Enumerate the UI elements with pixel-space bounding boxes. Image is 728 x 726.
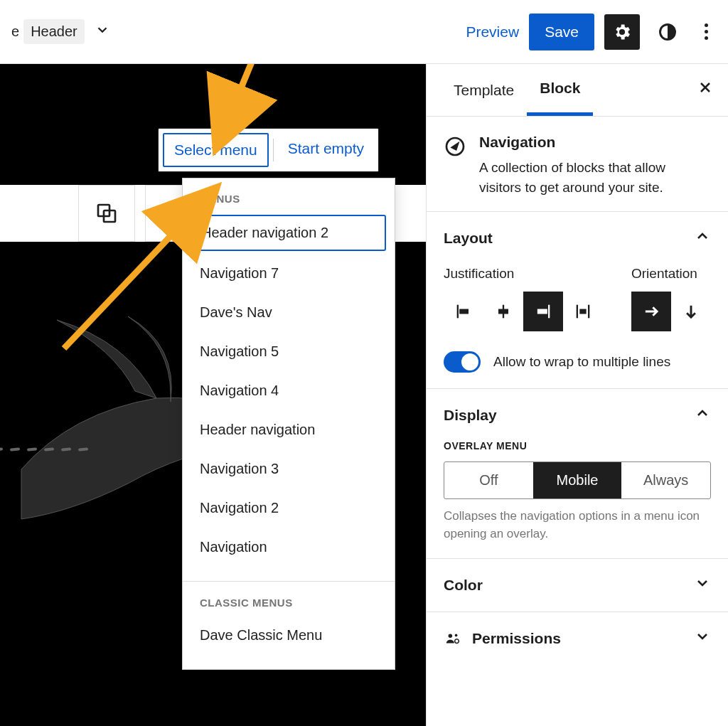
chevron-down-icon[interactable] [95,22,110,41]
dot-icon [705,36,708,40]
menu-option[interactable]: Header navigation [183,410,395,449]
justify-left-icon [454,301,473,321]
overlay-menu-segmented: Off Mobile Always [444,461,711,499]
svg-point-17 [455,634,458,637]
users-gear-icon [444,631,462,646]
feather-trail [0,441,135,455]
menu-option[interactable]: Navigation 5 [183,332,395,371]
annotation-arrow [206,64,291,138]
menu-option[interactable]: Navigation 4 [183,371,395,410]
justification-group [444,292,603,331]
settings-sidebar: Template Block Navigation A collection o… [426,64,728,726]
wrap-toggle-row: Allow to wrap to multiple lines [444,351,711,373]
contrast-icon [658,22,678,42]
overlay-menu-heading: OVERLAY MENU [444,440,711,452]
arrow-right-icon [641,301,661,321]
dot-icon [705,30,708,33]
justify-space-icon [573,301,593,321]
arrow-down-icon [681,301,701,321]
color-panel: Color [427,558,728,612]
editor-canvas[interactable]: Select menu Start empty MENUS Header nav… [0,64,426,726]
color-panel-toggle[interactable]: Color [444,575,711,596]
dot-icon [705,23,708,27]
tab-template[interactable]: Template [441,66,527,114]
close-icon [697,79,714,96]
chevron-up-icon [694,228,711,249]
document-title-area[interactable]: e Header [11,19,110,44]
svg-rect-10 [499,310,508,314]
start-empty-button[interactable]: Start empty [274,129,378,171]
select-menu-button[interactable]: Select menu [163,133,269,167]
wrap-label: Allow to wrap to multiple lines [493,354,670,370]
panel-title: Layout [444,230,493,247]
menu-option[interactable]: Navigation 7 [183,254,395,293]
editor-main: Select menu Start empty MENUS Header nav… [0,64,728,726]
styles-button[interactable] [650,14,685,50]
menu-option[interactable]: Dave's Nav [183,293,395,332]
editor-top-bar: e Header Preview Save [0,0,728,64]
group-icon [95,202,118,225]
overlay-off-button[interactable]: Off [444,462,533,498]
overlay-help-text: Collapses the navigation options in a me… [444,508,711,543]
dropdown-heading-classic: CLASSIC MENUS [183,582,395,616]
tab-block[interactable]: Block [527,64,593,116]
svg-point-18 [455,639,459,644]
svg-point-16 [449,634,453,639]
chevron-down-icon [694,575,711,596]
permissions-panel: Permissions [427,612,728,665]
save-button[interactable]: Save [529,14,594,50]
top-bar-actions: Preview Save [466,14,717,50]
navigation-placeholder-popover: Select menu Start empty [158,128,379,172]
orientation-group [631,292,711,331]
gear-icon [612,22,632,42]
chevron-down-icon [694,628,711,649]
menu-option[interactable]: Navigation [183,528,395,567]
orientation-vertical-button[interactable] [671,292,711,331]
orientation-label: Orientation [631,266,711,282]
classic-menu-option[interactable]: Dave Classic Menu [183,616,395,655]
close-sidebar-button[interactable] [697,79,714,101]
template-name-pill[interactable]: Header [23,19,85,44]
more-options-button[interactable] [695,14,717,50]
orientation-horizontal-button[interactable] [631,292,671,331]
truncated-text: e [11,23,19,40]
justify-right-button[interactable] [523,292,563,331]
justify-right-icon [533,301,553,321]
dropdown-heading-menus: MENUS [183,178,395,212]
permissions-panel-toggle[interactable]: Permissions [444,628,711,649]
justify-space-between-button[interactable] [563,292,603,331]
display-panel-toggle[interactable]: Display [444,405,711,426]
justify-left-button[interactable] [444,292,483,331]
svg-rect-15 [581,310,586,314]
block-group-button[interactable] [78,185,135,242]
panel-title: Color [444,577,483,594]
chevron-up-icon [694,405,711,426]
compass-icon [444,135,466,158]
menu-option[interactable]: Navigation 2 [183,489,395,528]
svg-rect-8 [460,310,468,314]
block-description: A collection of blocks that allow visito… [479,158,711,197]
justify-center-icon [493,301,513,321]
justify-center-button[interactable] [483,292,523,331]
justification-label: Justification [444,266,603,282]
menu-option[interactable]: Header navigation 2 [191,215,386,251]
block-title: Navigation [479,134,711,151]
svg-line-4 [228,64,277,121]
overlay-always-button[interactable]: Always [621,462,710,498]
panel-title: Permissions [472,630,561,647]
sidebar-tabs: Template Block [427,64,728,117]
overlay-mobile-button[interactable]: Mobile [533,462,622,498]
settings-button[interactable] [604,14,640,50]
panel-title: Display [444,407,497,424]
wrap-toggle[interactable] [444,351,481,373]
svg-rect-12 [538,310,547,314]
layout-panel-toggle[interactable]: Layout [444,228,711,249]
menu-option[interactable]: Navigation 3 [183,449,395,489]
display-panel: Display OVERLAY MENU Off Mobile Always C… [427,388,728,558]
toggle-knob [461,353,478,370]
block-card: Navigation A collection of blocks that a… [427,117,728,211]
preview-link[interactable]: Preview [466,23,519,41]
layout-panel: Layout Justification Orientation [427,211,728,388]
menu-dropdown: MENUS Header navigation 2 Navigation 7 D… [182,178,395,670]
